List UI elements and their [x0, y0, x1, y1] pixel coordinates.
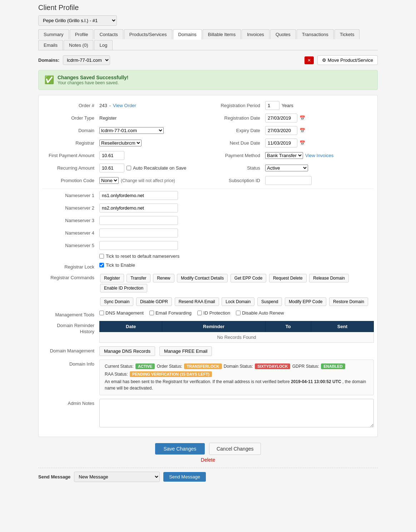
calendar-icon-reg[interactable]: 📅: [299, 115, 305, 121]
registrar-commands-row: Registrar Commands Register Transfer Ren…: [42, 273, 374, 307]
cmd-request-delete[interactable]: Request Delete: [269, 274, 307, 282]
send-message-select[interactable]: New Message: [74, 472, 160, 482]
nameserver5-input[interactable]: [99, 241, 178, 250]
cmd-transfer[interactable]: Transfer: [127, 274, 150, 282]
promotion-code-label: Promotion Code: [42, 178, 99, 183]
registrar-lock-checkbox[interactable]: [99, 263, 104, 267]
auto-recalculate-checkbox[interactable]: [127, 166, 131, 170]
domain-status-label: Domain Status:: [224, 364, 253, 369]
cmd-release-domain[interactable]: Release Domain: [309, 274, 349, 282]
domain-management-label: Domain Management: [42, 346, 99, 353]
next-due-date-input[interactable]: [265, 139, 297, 147]
domain-field-select[interactable]: lcdrm-77-01.com: [99, 127, 164, 134]
registration-period-unit: Years: [282, 103, 293, 108]
expiry-date-input[interactable]: [265, 126, 297, 135]
domains-bar: Domains: lcdrm-77-01.com ✕ ⚙ Move Produc…: [38, 53, 378, 67]
cmd-enable-id-protection[interactable]: Enable ID Protection: [100, 284, 147, 292]
cmd-renew[interactable]: Renew: [153, 274, 174, 282]
registrar-commands-label: Registrar Commands: [42, 273, 99, 280]
reminder-col-reminder: Reminder: [162, 321, 266, 332]
manage-free-email-btn[interactable]: Manage FREE Email: [159, 346, 212, 356]
cmd-restore-domain[interactable]: Restore Domain: [329, 297, 368, 306]
current-status-label: Current Status:: [105, 364, 134, 369]
email-forwarding-checkbox[interactable]: [149, 311, 154, 315]
calendar-icon-expiry[interactable]: 📅: [299, 128, 305, 133]
delete-domain-btn[interactable]: ✕: [304, 56, 314, 64]
admin-notes-row: Admin Notes: [42, 399, 374, 427]
status-select[interactable]: Active: [265, 165, 308, 171]
cmd-modify-epp[interactable]: Modify EPP Code: [285, 297, 327, 306]
domains-label: Domains:: [38, 57, 59, 63]
tab-emails[interactable]: Emails: [38, 40, 63, 50]
nameserver4-input[interactable]: [99, 229, 178, 237]
reset-nameservers-checkbox[interactable]: [99, 254, 104, 259]
calendar-icon-due[interactable]: 📅: [299, 140, 305, 146]
reminder-table: Date Reminder To Sent No Records Found: [99, 321, 374, 343]
tab-summary[interactable]: Summary: [38, 29, 69, 39]
dns-management-checkbox[interactable]: [99, 311, 104, 315]
view-invoices-link[interactable]: View Invoices: [305, 153, 333, 158]
tab-contacts[interactable]: Contacts: [94, 29, 123, 39]
tab-billable-items[interactable]: Billable Items: [203, 29, 241, 39]
cmd-sync-domain[interactable]: Sync Domain: [100, 297, 133, 306]
reminder-no-records: No Records Found: [100, 332, 374, 343]
disable-auto-renew-checkbox[interactable]: [236, 311, 241, 315]
cancel-changes-btn[interactable]: Cancel Changes: [209, 443, 261, 455]
registration-date-input[interactable]: [265, 114, 297, 122]
cmd-modify-contact[interactable]: Modify Contact Details: [177, 274, 228, 282]
tab-tickets[interactable]: Tickets: [335, 29, 360, 39]
tab-log[interactable]: Log: [94, 40, 113, 50]
first-payment-input[interactable]: [99, 151, 124, 160]
nameserver4-row: Nameserver 4: [42, 229, 374, 237]
subscription-id-label: Subscription ID: [208, 178, 265, 183]
cmd-lock-domain[interactable]: Lock Domain: [222, 297, 254, 306]
payment-method-label: Payment Method: [208, 153, 265, 158]
registrar-select[interactable]: Resellerclubrcm: [99, 140, 142, 146]
tab-notes[interactable]: Notes (0): [64, 40, 93, 50]
admin-notes-textarea[interactable]: [99, 399, 374, 427]
cmd-suspend[interactable]: Suspend: [257, 297, 282, 306]
domain-select[interactable]: lcdrm-77-01.com: [63, 55, 110, 65]
management-tools-checkboxes: DNS Management Email Forwarding ID Prote…: [99, 310, 284, 316]
view-order-link[interactable]: View Order: [113, 103, 136, 108]
tab-invoices[interactable]: Invoices: [242, 29, 269, 39]
nameserver5-row: Nameserver 5: [42, 241, 374, 250]
cmd-disable-gdpr[interactable]: Disable GDPR: [136, 297, 172, 306]
tab-transactions[interactable]: Transactions: [297, 29, 334, 39]
cmd-get-epp[interactable]: Get EPP Code: [231, 274, 267, 282]
payment-method-select[interactable]: Bank Transfer: [265, 152, 303, 159]
nameserver3-input[interactable]: [99, 216, 178, 225]
manage-dns-btn[interactable]: Manage DNS Records: [99, 346, 155, 356]
cmd-register[interactable]: Register: [100, 274, 124, 282]
promotion-code-select[interactable]: None: [99, 177, 119, 184]
save-changes-btn[interactable]: Save Changes: [155, 443, 205, 455]
move-product-btn[interactable]: ⚙ Move Product/Service: [317, 55, 378, 65]
raa-status-badge: PENDING VERIFICATION (15 DAYS LEFT): [130, 371, 212, 377]
gdpr-status-label: GDPR Status:: [292, 364, 319, 369]
email-forwarding-label: Email Forwarding: [149, 310, 192, 316]
tab-products-services[interactable]: Products/Services: [124, 29, 172, 39]
domain-management-row: Domain Management Manage DNS Records Man…: [42, 346, 374, 356]
domain-info-row: Domain Info Current Status: ACTIVE Order…: [42, 360, 374, 395]
id-protection-checkbox[interactable]: [197, 311, 202, 315]
raa-status-label: RAA Status:: [105, 372, 128, 377]
registrar-lock-row: Registrar Lock Tick to Enable: [42, 262, 374, 270]
registration-period-input[interactable]: [265, 101, 279, 110]
registrar-lock-checkbox-label: Tick to Enable: [99, 262, 135, 268]
subscription-id-input[interactable]: [265, 176, 312, 185]
nameserver2-input[interactable]: [99, 204, 178, 212]
domain-reminder-history-row: Domain Reminder History Date Reminder To…: [42, 321, 374, 343]
send-message-btn[interactable]: Send Message: [163, 472, 206, 482]
client-dropdown[interactable]: Pepe Grillo (Grillo s.l.) - #1: [38, 15, 117, 26]
raa-description-text: An email has been sent to the Registrant…: [105, 378, 368, 391]
cmd-resend-raa[interactable]: Resend RAA Email: [175, 297, 219, 306]
recurring-amount-input[interactable]: [99, 164, 124, 172]
tab-domains[interactable]: Domains: [173, 29, 202, 40]
tab-quotes[interactable]: Quotes: [270, 29, 296, 39]
order-type-label: Order Type: [42, 115, 99, 121]
nameserver1-input[interactable]: [99, 191, 178, 200]
management-tools-label: Management Tools: [42, 310, 99, 317]
order-number-label: Order #: [42, 103, 99, 108]
tab-profile[interactable]: Profile: [70, 29, 94, 39]
delete-btn[interactable]: Delete: [201, 457, 215, 463]
